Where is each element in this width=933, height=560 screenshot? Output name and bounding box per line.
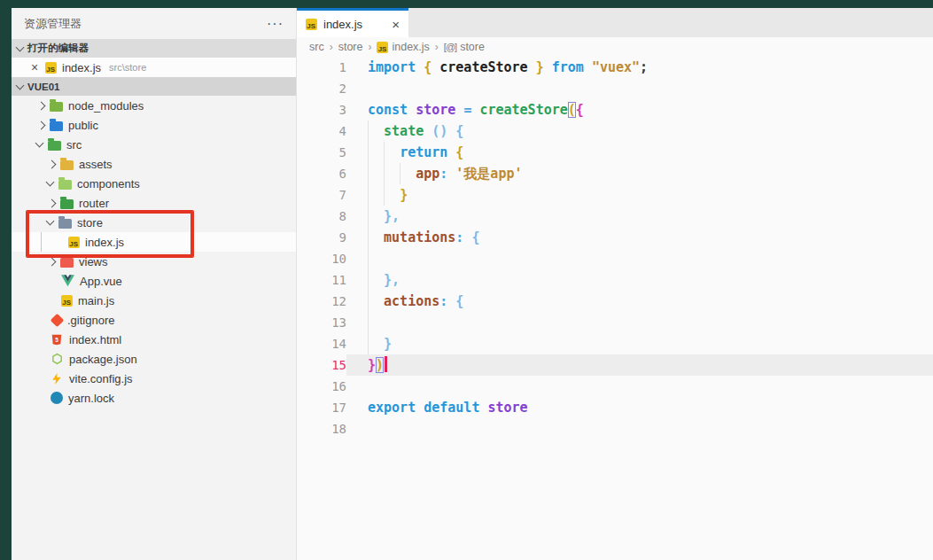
tree-item-yarn-lock[interactable]: yarn.lock	[12, 388, 296, 408]
indent-guide	[368, 142, 369, 163]
js-file-icon	[61, 295, 73, 307]
indent-guide	[368, 163, 369, 184]
chevron-down-icon	[46, 217, 55, 226]
tree-item-label: vite.config.js	[69, 372, 133, 385]
code-token: {	[424, 59, 432, 75]
node-icon	[51, 353, 64, 366]
tree-item-label: package.json	[69, 353, 137, 366]
code-token: }	[384, 336, 392, 352]
breadcrumb-item-src[interactable]: src	[309, 41, 324, 53]
code-token: import	[368, 59, 416, 75]
tab-label: index.js	[323, 18, 362, 31]
close-icon[interactable]: ×	[29, 60, 40, 74]
code-content: }	[346, 333, 933, 354]
explorer-sidebar: 资源管理器 ··· 打开的编辑器 × index.js src\store VU…	[12, 8, 297, 560]
tree-item-components[interactable]: components	[12, 174, 296, 193]
project-name-label: VUE01	[27, 82, 59, 92]
code-content	[346, 78, 933, 99]
code-token: "vuex"	[592, 59, 640, 75]
tree-item-public[interactable]: public	[12, 115, 296, 135]
tree-item-router[interactable]: router	[12, 193, 296, 213]
tree-item-index-js[interactable]: index.js	[12, 232, 296, 252]
code-content: actions: {	[346, 291, 933, 312]
text-cursor	[385, 356, 387, 372]
code-token: }	[536, 59, 544, 75]
indent-guide	[368, 333, 369, 354]
tree-item-label: components	[77, 177, 140, 191]
tree-item-vite-config-js[interactable]: vite.config.js	[12, 369, 296, 388]
tree-item-app-vue[interactable]: App.vue	[12, 271, 296, 291]
chevron-separator-icon: ›	[368, 41, 371, 53]
open-editors-label: 打开的编辑器	[27, 42, 89, 55]
code-token: :	[439, 293, 447, 309]
tree-item-src[interactable]: src	[12, 135, 296, 154]
open-editor-item[interactable]: × index.js src\store	[12, 58, 296, 77]
code-token	[447, 144, 455, 160]
breadcrumb-item-index-js[interactable]: index.js	[377, 41, 429, 53]
tree-item-label: .gitignore	[67, 314, 114, 327]
tree-item-package-json[interactable]: package.json	[12, 349, 296, 369]
svg-text:5: 5	[55, 337, 58, 343]
line-number: 15	[297, 354, 346, 376]
tree-item-index-html[interactable]: 5index.html	[12, 330, 296, 349]
code-line: 16	[297, 376, 933, 397]
tree-item-store[interactable]: store	[12, 213, 296, 232]
tree-item-assets[interactable]: assets	[12, 154, 296, 174]
code-editor[interactable]: 1import { createStore } from "vuex";23co…	[297, 57, 933, 560]
tree-item-main-js[interactable]: main.js	[12, 291, 296, 310]
code-line: 2	[297, 78, 933, 99]
code-token: app	[416, 166, 439, 182]
code-token	[528, 59, 536, 75]
code-line: 6 app: '我是app'	[297, 163, 933, 184]
js-file-icon	[377, 42, 388, 53]
code-token: return	[400, 144, 447, 160]
breadcrumb-item-store[interactable]: [@]store	[444, 41, 485, 53]
code-line: 15})	[297, 354, 933, 376]
tree-item-label: index.js	[85, 236, 124, 249]
code-line: 7 }	[297, 184, 933, 206]
code-content: export default store	[346, 397, 933, 418]
vue-icon	[61, 275, 74, 288]
code-content: mutations: {	[346, 227, 933, 248]
tree-item--gitignore[interactable]: .gitignore	[12, 310, 296, 330]
open-editors-section-header[interactable]: 打开的编辑器	[12, 39, 296, 58]
tree-item-node-modules[interactable]: node_modules	[12, 96, 296, 115]
code-line: 1import { createStore } from "vuex";	[297, 57, 933, 78]
code-token	[447, 166, 455, 182]
code-token: {	[471, 229, 479, 245]
project-section-header[interactable]: VUE01	[12, 77, 296, 96]
code-token: '我是app'	[455, 166, 522, 182]
code-content: },	[346, 206, 933, 227]
line-number: 6	[297, 163, 346, 184]
more-actions-icon[interactable]: ···	[267, 16, 284, 32]
code-token: {	[455, 123, 463, 139]
yarn-icon	[51, 392, 63, 404]
code-token	[424, 123, 432, 139]
code-line: 8 },	[297, 206, 933, 227]
js-file-icon	[45, 62, 57, 74]
tab-close-icon[interactable]: ×	[392, 17, 400, 32]
line-number: 1	[297, 57, 346, 78]
code-token: }	[368, 357, 376, 373]
breadcrumb-item-store[interactable]: store	[338, 41, 363, 53]
open-editor-filename: index.js	[62, 61, 101, 74]
tree-indent-guide	[41, 232, 42, 252]
tab-indexjs[interactable]: index.js ×	[297, 8, 408, 37]
code-token: state	[384, 123, 424, 139]
code-token	[432, 59, 439, 75]
folder-icon	[60, 160, 74, 170]
code-line: 11 },	[297, 269, 933, 291]
tree-item-views[interactable]: views	[12, 252, 296, 271]
bracket-match: (	[568, 102, 576, 118]
line-number: 11	[297, 269, 346, 291]
chevron-right-icon	[48, 257, 57, 266]
code-line: 14 }	[297, 333, 933, 354]
line-number: 16	[297, 376, 346, 397]
git-icon	[51, 313, 65, 327]
folder-icon	[48, 141, 61, 151]
explorer-title: 资源管理器	[24, 16, 82, 32]
indent-guide	[368, 269, 369, 291]
breadcrumb-label: src	[309, 41, 324, 53]
code-token: actions	[384, 293, 439, 309]
code-line: 5 return {	[297, 142, 933, 163]
